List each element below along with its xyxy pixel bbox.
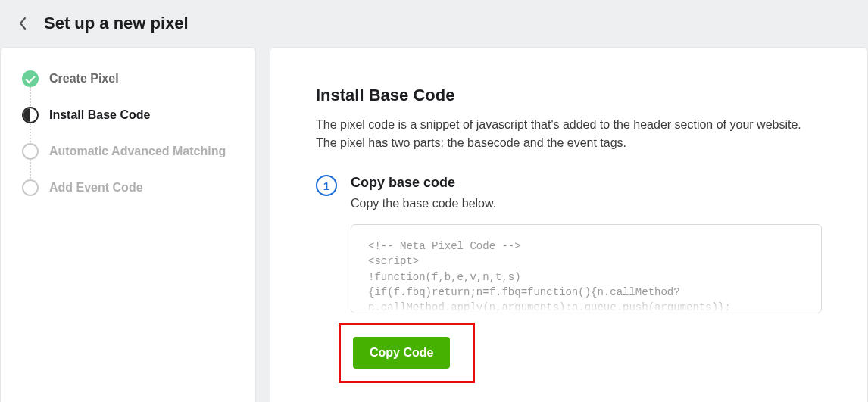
page-title: Set up a new pixel <box>44 14 189 33</box>
step-automatic-advanced-matching[interactable]: Automatic Advanced Matching <box>22 143 234 179</box>
copy-button-highlight: Copy Code <box>339 323 475 383</box>
substep-title: Copy base code <box>351 175 822 191</box>
empty-circle-icon <box>22 143 39 160</box>
check-circle-icon <box>22 70 39 87</box>
step-label: Install Base Code <box>49 108 150 122</box>
step-create-pixel[interactable]: Create Pixel <box>22 70 234 107</box>
main-panel: Install Base Code The pixel code is a sn… <box>270 47 868 402</box>
half-circle-icon <box>22 107 39 123</box>
step-install-base-code[interactable]: Install Base Code <box>22 107 234 143</box>
main-title: Install Base Code <box>316 86 822 105</box>
copy-code-button[interactable]: Copy Code <box>353 337 450 369</box>
step-label: Add Event Code <box>49 181 143 195</box>
step-label: Automatic Advanced Matching <box>49 145 226 158</box>
back-icon[interactable] <box>15 16 30 31</box>
empty-circle-icon <box>22 179 39 196</box>
code-snippet-box[interactable]: <!-- Meta Pixel Code --> <script> !funct… <box>351 224 822 313</box>
substep-description: Copy the base code below. <box>351 197 822 210</box>
substep-number-badge: 1 <box>316 175 337 196</box>
step-label: Create Pixel <box>49 72 119 86</box>
main-description: The pixel code is a snippet of javascrip… <box>316 116 822 152</box>
step-add-event-code[interactable]: Add Event Code <box>22 179 234 196</box>
steps-sidebar: Create Pixel Install Base Code Automatic… <box>0 47 256 402</box>
